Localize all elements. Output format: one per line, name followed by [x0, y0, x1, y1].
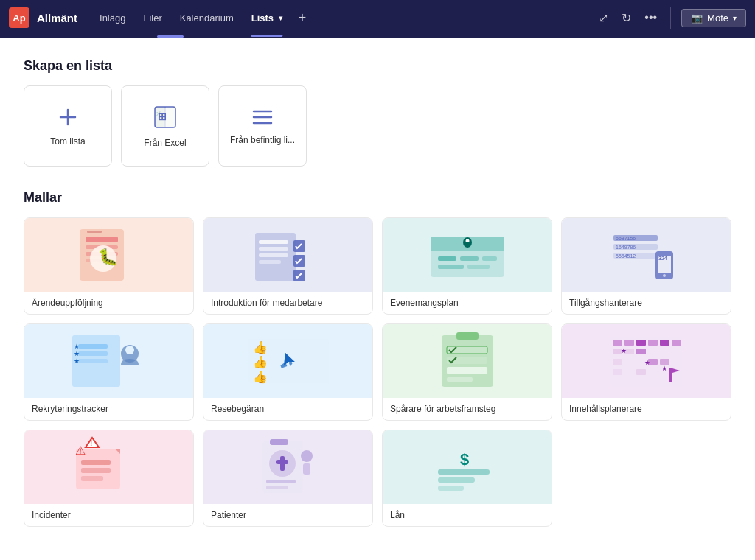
svg-rect-53 [78, 359, 108, 363]
svg-rect-33 [482, 256, 497, 261]
template-card-progress[interactable]: Spårare för arbetsframsteg [382, 323, 552, 421]
svg-rect-112 [438, 469, 490, 475]
topbar-actions: ⤢ ↻ ••• 📷 Möte ▾ [596, 7, 746, 29]
svg-rect-34 [438, 265, 464, 269]
svg-rect-14 [86, 237, 118, 242]
create-from-existing-card[interactable]: Från befintlig li... [218, 85, 307, 167]
template-card-asset[interactable]: 5687156 1649786 5564512 324 Tillgångshan… [561, 217, 731, 315]
expand-icon[interactable]: ⤢ [596, 8, 611, 28]
nav-filer[interactable]: Filer [136, 10, 169, 27]
template-label-recruit: Rekryteringstracker [24, 398, 193, 420]
svg-rect-75 [624, 340, 634, 346]
svg-rect-96 [81, 476, 103, 481]
template-label-patient: Patienter [203, 504, 372, 526]
svg-rect-76 [636, 340, 646, 346]
svg-text:★: ★ [74, 357, 80, 365]
svg-point-58 [125, 346, 134, 354]
excel-icon: X X ⊞ [152, 104, 178, 130]
svg-point-106 [301, 450, 313, 462]
template-img-issue: 🐛 [24, 218, 193, 292]
svg-rect-78 [660, 340, 669, 346]
nav-lists-label: Lists ▾ [251, 13, 282, 24]
svg-rect-31 [438, 256, 456, 261]
svg-text:$: $ [460, 450, 469, 469]
svg-rect-25 [259, 260, 281, 264]
svg-text:★: ★ [661, 365, 667, 372]
template-img-progress [383, 324, 552, 398]
plus-icon [56, 105, 80, 129]
template-img-loan: $ [383, 430, 552, 504]
template-img-intro [203, 218, 372, 292]
template-label-intro: Introduktion för medarbetare [203, 292, 372, 314]
template-card-travel[interactable]: 👍 👍 👍 Resebegäran [203, 323, 373, 421]
template-img-event [383, 218, 552, 292]
svg-rect-74 [613, 340, 622, 346]
svg-rect-88 [613, 359, 622, 365]
svg-text:★: ★ [74, 350, 80, 357]
template-img-incident: ! ⚠ [24, 430, 193, 504]
svg-rect-91 [636, 369, 646, 375]
meeting-button[interactable]: 📷 Möte ▾ [681, 9, 746, 27]
template-card-patient[interactable]: Patienter [203, 430, 373, 527]
meeting-label: Möte [707, 13, 728, 24]
svg-rect-82 [636, 349, 646, 354]
svg-rect-67 [456, 332, 479, 340]
nav-lists[interactable]: Lists ▾ [244, 10, 290, 27]
svg-text:★: ★ [74, 343, 80, 350]
svg-rect-89 [648, 359, 658, 365]
chevron-down-icon: ▾ [733, 14, 737, 22]
nav-inlagg[interactable]: Inlägg [92, 10, 133, 27]
template-card-issue[interactable]: 🐛 Ärendeuppföljning [24, 217, 194, 315]
camera-icon: 📷 [691, 13, 703, 24]
create-empty-list-card[interactable]: Tom lista [24, 85, 112, 167]
svg-rect-35 [467, 265, 490, 269]
template-card-recruit[interactable]: ★ ★ ★ Rekryteringstracker [24, 323, 194, 421]
template-img-asset: 5687156 1649786 5564512 324 [562, 218, 731, 292]
svg-text:👍: 👍 [253, 370, 268, 384]
svg-rect-108 [266, 480, 296, 483]
chevron-down-icon: ▾ [279, 14, 282, 22]
nav-kalendarium[interactable]: Kalendarium [173, 10, 241, 27]
svg-rect-24 [259, 253, 288, 257]
svg-rect-86 [669, 368, 672, 382]
svg-text:!: ! [90, 439, 92, 447]
template-img-travel: 👍 👍 👍 [203, 324, 372, 398]
template-img-content: ★ ★ ★ [562, 324, 731, 398]
template-card-loan[interactable]: $ Lån [382, 430, 552, 527]
create-cards-row: Tom lista X X ⊞ Från Excel [24, 85, 731, 167]
template-card-intro[interactable]: Introduktion för medarbetare [203, 217, 373, 315]
template-img-patient [203, 430, 372, 504]
svg-rect-20 [87, 231, 102, 233]
template-label-event: Evenemangsplan [383, 292, 552, 314]
refresh-icon[interactable]: ↻ [619, 8, 634, 28]
svg-rect-52 [78, 351, 108, 356]
create-from-excel-card[interactable]: X X ⊞ Från Excel [121, 85, 209, 167]
nav-add-tab[interactable]: + [293, 10, 313, 26]
svg-rect-92 [660, 359, 669, 365]
svg-text:1649786: 1649786 [616, 245, 636, 250]
svg-rect-114 [438, 486, 464, 491]
main-content: Skapa en lista Tom lista X X [0, 38, 755, 560]
svg-rect-105 [276, 460, 288, 464]
divider [670, 7, 671, 29]
empty-list-label: Tom lista [50, 136, 85, 147]
template-img-recruit: ★ ★ ★ [24, 324, 193, 398]
svg-rect-113 [438, 477, 475, 483]
more-options-icon[interactable]: ••• [641, 8, 660, 27]
templates-grid: 🐛 Ärendeuppföljning [24, 217, 731, 527]
svg-rect-72 [447, 377, 473, 382]
svg-rect-94 [81, 460, 111, 465]
team-name: Allmänt [37, 12, 77, 24]
template-label-issue: Ärendeuppföljning [24, 292, 193, 314]
template-label-loan: Lån [383, 504, 552, 526]
template-card-content[interactable]: ★ ★ ★ Innehållsplanerare [561, 323, 731, 421]
svg-text:324: 324 [658, 256, 667, 261]
template-label-content: Innehållsplanerare [562, 398, 731, 420]
template-card-incident[interactable]: ! ⚠ Incidenter [24, 430, 194, 527]
create-section-title: Skapa en lista [24, 58, 731, 74]
svg-rect-109 [266, 486, 288, 489]
svg-rect-22 [259, 240, 288, 244]
template-card-event[interactable]: Evenemangsplan [382, 217, 552, 315]
svg-rect-32 [460, 256, 479, 261]
lines-icon [251, 107, 274, 127]
